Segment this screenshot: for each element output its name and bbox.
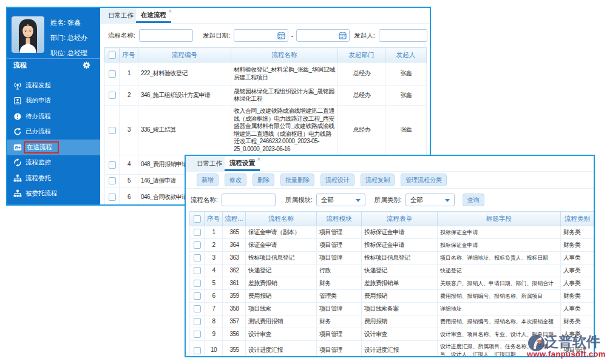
- column-header[interactable]: 流程...: [223, 212, 246, 226]
- column-header[interactable]: 流程编号: [138, 48, 231, 62]
- toolbar-button-删除[interactable]: 删除: [253, 174, 274, 186]
- settings-toolbar: 新增修改删除批量删除流程设计流程复制管理流程分类: [186, 172, 594, 189]
- toolbar-button-流程复制[interactable]: 流程复制: [361, 174, 395, 186]
- cell: 财务类: [561, 290, 594, 303]
- table-row[interactable]: 1365保证金申请（副本）项目管理投标保证金申请投标保证金申请财务类: [190, 226, 594, 239]
- cell: 设计进度汇报、所属项目、任务名称、任务编号、设计人、汇报人、汇报日期: [438, 341, 561, 358]
- toolbar-button-修改[interactable]: 修改: [225, 174, 246, 186]
- filter-name-label: 流程名称:: [108, 32, 135, 40]
- process-name-input-field[interactable]: [222, 194, 275, 206]
- settings-tabbar: 日常工作流程设置×: [186, 156, 594, 172]
- close-icon[interactable]: ×: [168, 8, 172, 15]
- date-from-input[interactable]: [234, 29, 288, 42]
- row-checkbox[interactable]: [194, 331, 201, 338]
- table-row[interactable]: 1222_材料验收登记材料验收登记_材料采购_张鑫_华润12城房建工程项目总经办…: [105, 62, 427, 86]
- cell: 财务类: [561, 315, 594, 328]
- sidebar-item-已办流程[interactable]: 已办流程: [7, 124, 100, 140]
- sidebar-item-待办流程[interactable]: 待办流程: [7, 109, 100, 124]
- category-select[interactable]: 全部: [405, 194, 455, 206]
- column-header[interactable]: 序号: [120, 48, 138, 62]
- tab-流程设置[interactable]: 流程设置×: [225, 156, 260, 171]
- toolbar-button-流程设计[interactable]: 流程设计: [320, 174, 354, 186]
- table-row[interactable]: 8357测试费用报销财务费用报销费用报销、报销编号、报销名称、本次报销金额财务类: [190, 315, 594, 328]
- column-header[interactable]: 流程类别: [561, 212, 594, 226]
- tab-在途流程[interactable]: 在途流程×: [136, 8, 171, 23]
- column-header[interactable]: 发起人: [385, 48, 427, 62]
- gear-icon[interactable]: [82, 61, 90, 69]
- sidebar-item-被委托流程[interactable]: 被委托流程: [7, 186, 100, 202]
- select-all-checkbox[interactable]: [109, 52, 116, 59]
- table-row[interactable]: 5361差旅费报销财务差旅费报销单关联客户、报销人、申请日期、部门、报销合计人事…: [190, 277, 594, 290]
- toolbar-button-批量删除[interactable]: 批量删除: [280, 174, 314, 186]
- calendar-icon[interactable]: [277, 32, 285, 41]
- row-checkbox[interactable]: [194, 254, 201, 261]
- table-row[interactable]: 2346_施工组织设计方案申请晟铭园林绿化工程组织设计方案_晟铭园林绿化工程总经…: [105, 86, 427, 106]
- filter-initiator-label: 发起人:: [354, 32, 375, 40]
- row-checkbox[interactable]: [109, 70, 116, 78]
- row-checkbox[interactable]: [194, 241, 201, 249]
- row-checkbox[interactable]: [194, 347, 201, 354]
- cell: 快递登记: [362, 265, 438, 277]
- row-checkbox[interactable]: [109, 161, 116, 169]
- tab-日常工作[interactable]: 日常工作: [106, 8, 136, 23]
- calendar-icon[interactable]: [339, 32, 347, 41]
- row-checkbox[interactable]: [194, 280, 201, 287]
- table-row[interactable]: 6359费用报销管理类费用报销费用报销、报销编号、报销名称、所属项目财务类: [190, 290, 594, 303]
- cell: 投标保证金申请: [438, 239, 561, 252]
- cell: 材料验收登记_材料采购_张鑫_华润12城房建工程项目: [231, 62, 338, 86]
- process-name-input-field[interactable]: [140, 30, 192, 41]
- row-checkbox[interactable]: [194, 229, 201, 236]
- select-all-checkbox[interactable]: [194, 215, 201, 223]
- sidebar-item-我的申请[interactable]: 我的申请: [7, 93, 100, 109]
- tab-日常工作[interactable]: 日常工作: [194, 156, 225, 171]
- search-button[interactable]: 查询: [463, 194, 484, 206]
- filter-category-label: 所属类别:: [375, 196, 402, 204]
- broadcast-icon: [13, 81, 22, 90]
- cell: 总经办: [338, 106, 385, 155]
- checkbox-cell: [190, 303, 205, 315]
- column-header[interactable]: 流程名称: [231, 48, 338, 62]
- cell: 项目管理: [317, 328, 362, 341]
- sidebar-item-label: 流程发起: [25, 81, 51, 90]
- cell: 设计审查: [246, 328, 317, 341]
- toolbar-button-新增[interactable]: 新增: [197, 174, 219, 186]
- row-checkbox[interactable]: [109, 177, 116, 184]
- initiator-input[interactable]: [379, 29, 427, 42]
- sidebar-section-header: 流程: [7, 58, 100, 71]
- row-checkbox[interactable]: [109, 92, 116, 99]
- row-checkbox[interactable]: [194, 292, 201, 300]
- filter-date-label: 发起日期:: [203, 32, 230, 40]
- sidebar-item-流程发起[interactable]: 流程发起: [7, 78, 100, 93]
- process-name-input[interactable]: [222, 194, 276, 206]
- column-header[interactable]: 发起部门: [338, 48, 385, 62]
- column-header[interactable]: 流程表单: [362, 212, 438, 226]
- chevron-down-icon: [356, 199, 361, 202]
- column-header[interactable]: 序号: [205, 212, 223, 226]
- row-checkbox[interactable]: [194, 267, 201, 274]
- cell: 357: [223, 315, 246, 328]
- toolbar-button-管理流程分类[interactable]: 管理流程分类: [401, 174, 447, 186]
- table-row[interactable]: 3363投标项目信息登记项目管理投标项目信息登记项目名称、详细地址、投标负责人、…: [190, 252, 594, 265]
- row-checkbox[interactable]: [109, 127, 116, 134]
- module-select[interactable]: 全部: [316, 194, 365, 206]
- table-row[interactable]: 7358项目线索项目管理项目线索备案详细地址人事类: [190, 303, 594, 315]
- column-header[interactable]: 标题字段: [438, 212, 561, 226]
- column-header[interactable]: 流程模块: [317, 212, 362, 226]
- close-icon[interactable]: ×: [257, 157, 260, 163]
- row-checkbox[interactable]: [109, 194, 116, 201]
- sidebar-item-流程委托[interactable]: 流程委托: [7, 170, 100, 186]
- table-row[interactable]: 10355设计进度汇报项目管理设计进度汇报设计进度汇报、所属项目、任务名称、任务…: [190, 341, 594, 358]
- table-row[interactable]: 4362快递登记行政快递登记快递登记人事类: [190, 265, 594, 277]
- table-row[interactable]: 3336_竣工结算收入合同_改建铁路成渝线增建第二直通线（成渝枢纽）电力线路迁改…: [105, 106, 427, 155]
- menu-item-inner: 被委托流程: [13, 188, 58, 200]
- sidebar-item-在途流程[interactable]: G+在途流程: [7, 140, 100, 155]
- row-checkbox[interactable]: [194, 318, 201, 325]
- table-row[interactable]: 9356设计审查项目管理设计审查设计审查、项目名称、专业、设计人、制单日期人事类: [190, 328, 594, 341]
- sidebar-item-流程监控[interactable]: 流程监控: [7, 155, 100, 171]
- process-name-input[interactable]: [139, 29, 193, 42]
- row-checkbox[interactable]: [194, 305, 201, 312]
- table-row[interactable]: 2364保证金申请项目管理投标保证金申请投标保证金申请财务类: [190, 239, 594, 252]
- date-to-input[interactable]: [296, 29, 350, 42]
- column-header[interactable]: 流程名称: [246, 212, 317, 226]
- initiator-input-field[interactable]: [379, 30, 427, 41]
